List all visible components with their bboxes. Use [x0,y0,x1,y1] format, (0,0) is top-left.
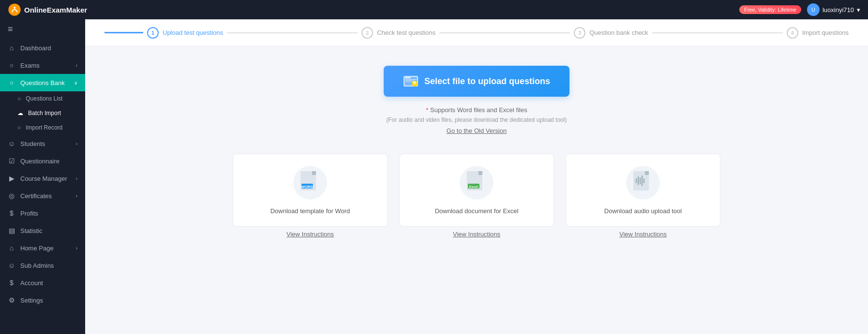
sidebar-item-home-page[interactable]: ⌂ Home Page › [0,239,85,257]
sidebar-item-label: Students [20,140,45,147]
sidebar-item-label: Profits [20,210,38,217]
sidebar-item-exams[interactable]: ○ Exams › [0,57,85,74]
sidebar-subitem-import-record[interactable]: ○ Import Record [0,120,85,135]
topbar: OnlineExamMaker Free, Validity: Lifetime… [0,0,868,19]
excel-card-title: Download document for Excel [435,207,519,215]
chevron-right-icon: › [76,246,77,251]
download-card-excel: Excel Download document for Excel [399,154,554,227]
certificates-icon: ◎ [8,192,15,200]
sidebar-subitem-questions-list[interactable]: ○ Questions List [0,91,85,106]
sidebar-item-course-manager[interactable]: ▶ Course Manager › [0,170,85,187]
svg-rect-12 [479,171,482,175]
step-line-1-2 [227,32,358,33]
sidebar-item-sub-admins[interactable]: ☺ Sub Admins [0,257,85,274]
sidebar-item-questionnaire[interactable]: ☑ Questionnaire [0,152,85,170]
sidebar: ≡ ⌂ Dashboard ○ Exams › ○ Questions Bank… [0,19,85,334]
sidebar-subitem-label: Questions List [26,95,62,102]
progress-line [105,32,143,33]
exams-icon: ○ [8,61,15,69]
svg-rect-16 [645,171,649,175]
import-record-icon: ○ [17,124,21,131]
old-version-link[interactable]: Go to the Old Version [447,127,507,134]
step-2: 2 Check test questions [361,27,435,39]
step-line-2-3 [439,32,570,33]
step-2-circle: 2 [361,27,373,39]
sidebar-item-questions-bank[interactable]: ○ Questions Bank ∨ [0,74,85,91]
dashboard-icon: ⌂ [8,44,15,52]
sidebar-subitem-label: Import Record [26,124,62,131]
sidebar-item-account[interactable]: $ Account [0,274,85,291]
sidebar-item-label: Questionnaire [20,158,60,165]
avatar: U [807,3,820,16]
sidebar-item-label: Course Manager [20,175,67,182]
step-4-circle: 4 [787,27,798,39]
stepper: 1 Upload test questions 2 Check test que… [85,19,868,46]
step-1: 1 Upload test questions [147,27,223,39]
excel-instructions-link[interactable]: View Instructions [453,231,500,238]
topbar-right: Free, Validity: Lifetime U luoxinyi710 ▾ [739,3,860,16]
sidebar-item-label: Questions Bank [20,79,65,87]
chevron-right-icon: › [76,193,77,199]
audio-file-icon [631,170,655,195]
stepper-steps: 1 Upload test questions 2 Check test que… [105,27,849,39]
sidebar-item-profits[interactable]: $ Profits [0,204,85,222]
sidebar-item-statistic[interactable]: ▤ Statistic [0,222,85,239]
account-icon: $ [8,279,15,287]
sidebar-item-label: Exams [20,62,40,69]
upload-button-label: Select file to upload questions [424,76,550,87]
step-3-label: Question bank check [589,29,648,36]
svg-rect-8 [312,171,316,175]
audio-card-title: Download audio upload tool [604,207,682,215]
profits-icon: $ [8,209,15,217]
sidebar-subitem-label: Batch Import [28,110,61,116]
home-page-icon: ⌂ [8,244,15,252]
students-icon: ☺ [8,140,15,147]
sidebar-item-certificates[interactable]: ◎ Certificates › [0,187,85,204]
statistic-icon: ▤ [8,227,15,234]
course-manager-icon: ▶ [8,174,15,182]
main-body: Select file to upload questions * Suppor… [85,46,868,334]
sidebar-item-label: Dashboard [20,44,51,52]
svg-rect-3 [405,77,411,78]
step-2-label: Check test questions [377,29,435,36]
excel-file-icon-wrapper: Excel [460,166,494,200]
word-file-icon-wrapper: WORD [293,166,327,200]
questions-bank-icon: ○ [8,79,15,87]
logo-icon [8,3,21,16]
svg-text:Excel: Excel [469,185,478,189]
select-file-button[interactable]: Select file to upload questions [384,66,569,97]
step-4: 4 Import questions [787,27,849,39]
step-3-circle: 3 [574,27,585,39]
logo: OnlineExamMaker [8,3,87,16]
download-cards: WORD Download template for Word Excel [210,154,743,227]
word-card-title: Download template for Word [270,207,350,215]
supports-label: Supports Word files and Excel files [430,106,527,114]
sidebar-item-settings[interactable]: ⚙ Settings [0,291,85,309]
note-text: (For audio and video files, please downl… [387,116,567,123]
questionnaire-icon: ☑ [8,157,15,165]
questions-list-icon: ○ [17,95,21,102]
word-instructions-link[interactable]: View Instructions [286,231,334,238]
excel-file-icon: Excel [465,170,488,195]
supports-text: * Supports Word files and Excel files [426,106,527,114]
sidebar-item-label: Account [20,279,43,287]
batch-import-icon: ☁ [17,110,23,116]
audio-instructions-link[interactable]: View Instructions [619,231,667,238]
audio-file-icon-wrapper [626,166,660,200]
step-1-circle: 1 [147,27,159,39]
sidebar-item-dashboard[interactable]: ⌂ Dashboard [0,39,85,57]
sidebar-item-students[interactable]: ☺ Students › [0,135,85,152]
plan-badge: Free, Validity: Lifetime [739,5,801,14]
sidebar-item-label: Home Page [20,245,54,252]
sub-admins-icon: ☺ [8,261,15,269]
instructions-links-row: View Instructions View Instructions View… [210,231,743,238]
chevron-right-icon: › [76,176,77,181]
sidebar-subitem-batch-import[interactable]: ☁ Batch Import [0,106,85,120]
user-menu[interactable]: U luoxinyi710 ▾ [807,3,860,16]
word-file-icon: WORD [299,170,322,195]
content-area: 1 Upload test questions 2 Check test que… [85,19,868,334]
sidebar-toggle-button[interactable]: ≡ [0,19,85,39]
download-card-audio: Download audio upload tool [566,154,720,227]
download-card-word: WORD Download template for Word [233,154,388,227]
username: luoxinyi710 [823,6,854,14]
